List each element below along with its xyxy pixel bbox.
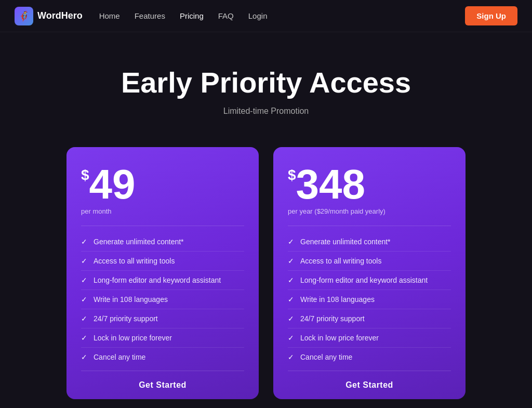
feature-yearly-3: ✓Write in 108 languages — [288, 290, 451, 309]
plan-card-yearly: $ 348 per year ($29/month paid yearly) ✓… — [273, 147, 466, 399]
hero-title: Early Priority Access — [10, 65, 522, 99]
get-started-button-yearly[interactable]: Get Started — [345, 380, 393, 390]
feature-yearly-4: ✓24/7 priority support — [288, 309, 451, 328]
price-area-monthly: $ 49 per month — [81, 164, 244, 215]
signup-button[interactable]: Sign Up — [465, 6, 517, 25]
check-icon-y6: ✓ — [288, 353, 294, 361]
features-list-monthly: ✓Generate unlimited content* ✓Access to … — [81, 226, 244, 366]
nav-item-login[interactable]: Login — [248, 11, 268, 21]
nav-item-faq[interactable]: FAQ — [218, 11, 234, 21]
logo-icon: 🦸 — [15, 7, 33, 25]
price-display-yearly: $ 348 — [288, 164, 451, 205]
hero-section: Early Priority Access Limited-time Promo… — [0, 32, 532, 137]
feature-yearly-0: ✓Generate unlimited content* — [288, 232, 451, 252]
check-icon-y0: ✓ — [288, 238, 294, 246]
check-icon-1: ✓ — [81, 257, 87, 265]
hero-subtitle: Limited-time Promotion — [10, 107, 522, 116]
nav-link-features[interactable]: Features — [135, 11, 165, 20]
price-dollar-yearly: $ — [288, 168, 296, 182]
nav-left: 🦸 WordHero Home Features Pricing FAQ Log… — [15, 7, 267, 25]
price-amount-monthly: 49 — [89, 164, 136, 205]
nav-item-features[interactable]: Features — [135, 11, 165, 21]
get-started-button-monthly[interactable]: Get Started — [139, 380, 187, 390]
pricing-section: $ 49 per month ✓Generate unlimited conte… — [0, 137, 532, 408]
price-dollar-monthly: $ — [81, 168, 89, 182]
card-footer-monthly: Get Started — [81, 371, 244, 399]
logo: 🦸 WordHero — [15, 7, 83, 25]
feature-monthly-3: ✓Write in 108 languages — [81, 290, 244, 309]
feature-monthly-4: ✓24/7 priority support — [81, 309, 244, 328]
nav-link-login[interactable]: Login — [248, 11, 268, 20]
features-list-yearly: ✓Generate unlimited content* ✓Access to … — [288, 226, 451, 366]
feature-yearly-1: ✓Access to all writing tools — [288, 252, 451, 271]
nav-item-pricing[interactable]: Pricing — [180, 11, 204, 21]
price-period-yearly: per year ($29/month paid yearly) — [288, 207, 451, 215]
feature-monthly-5: ✓Lock in low price forever — [81, 328, 244, 348]
feature-yearly-5: ✓Lock in low price forever — [288, 328, 451, 348]
check-icon-6: ✓ — [81, 353, 87, 361]
check-icon-0: ✓ — [81, 238, 87, 246]
navbar: 🦸 WordHero Home Features Pricing FAQ Log… — [0, 0, 532, 32]
feature-monthly-2: ✓Long-form editor and keyword assistant — [81, 271, 244, 290]
card-footer-yearly: Get Started — [288, 371, 451, 399]
price-area-yearly: $ 348 per year ($29/month paid yearly) — [288, 164, 451, 215]
logo-text: WordHero — [37, 10, 83, 21]
feature-yearly-2: ✓Long-form editor and keyword assistant — [288, 271, 451, 290]
check-icon-3: ✓ — [81, 295, 87, 304]
check-icon-y1: ✓ — [288, 257, 294, 265]
price-display-monthly: $ 49 — [81, 164, 244, 205]
check-icon-y5: ✓ — [288, 334, 294, 342]
check-icon-2: ✓ — [81, 276, 87, 284]
nav-link-faq[interactable]: FAQ — [218, 11, 234, 20]
nav-links: Home Features Pricing FAQ Login — [99, 11, 268, 21]
feature-monthly-0: ✓Generate unlimited content* — [81, 232, 244, 252]
feature-monthly-1: ✓Access to all writing tools — [81, 252, 244, 271]
check-icon-4: ✓ — [81, 314, 87, 323]
price-amount-yearly: 348 — [296, 164, 365, 205]
check-icon-5: ✓ — [81, 334, 87, 342]
nav-link-home[interactable]: Home — [99, 11, 120, 20]
check-icon-y4: ✓ — [288, 314, 294, 323]
nav-item-home[interactable]: Home — [99, 11, 120, 21]
check-icon-y2: ✓ — [288, 276, 294, 284]
feature-yearly-6: ✓Cancel any time — [288, 348, 451, 366]
feature-monthly-6: ✓Cancel any time — [81, 348, 244, 366]
plan-card-monthly: $ 49 per month ✓Generate unlimited conte… — [66, 147, 259, 399]
nav-link-pricing[interactable]: Pricing — [180, 11, 204, 20]
price-period-monthly: per month — [81, 207, 244, 215]
check-icon-y3: ✓ — [288, 295, 294, 304]
